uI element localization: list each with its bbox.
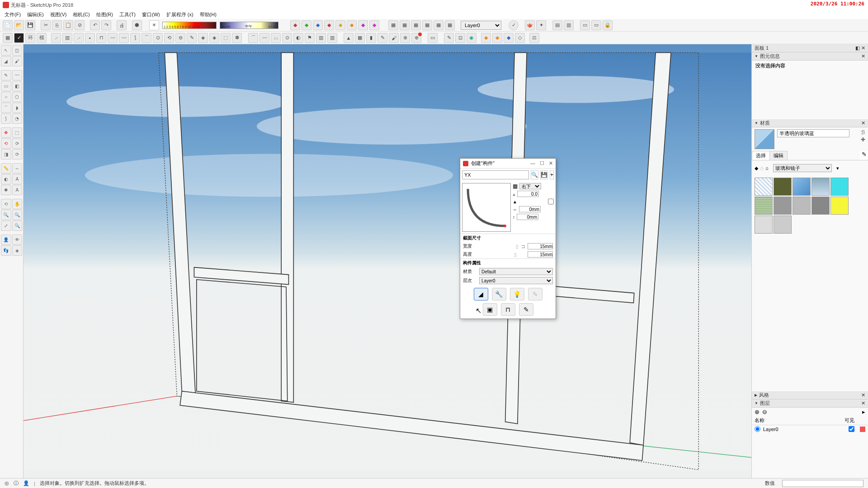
t2-34[interactable]: 🖌 [389,33,399,43]
pie-icon[interactable]: ◔ [12,113,23,124]
axis-r2-icon[interactable]: ◆ [324,20,334,30]
t2-2[interactable]: ✓ [14,33,24,43]
time-slider[interactable]: 06:55 中午 17:00 [220,22,278,29]
material-name-input[interactable] [777,129,849,137]
grid-icon[interactable]: ▦ [513,183,518,189]
place-button[interactable]: ⊓ [501,303,515,316]
t2-12[interactable]: ⟆ [130,33,140,43]
zoomwin-icon[interactable]: 🔍 [12,210,23,220]
open-icon[interactable]: 📂 [14,20,24,30]
info-icon[interactable]: ⓘ [14,480,19,487]
text-icon[interactable]: A [12,174,23,184]
lock2-icon[interactable]: ▯ [514,252,517,257]
comp1-icon[interactable]: ▦ [388,20,398,30]
freehand-icon[interactable]: 〰 [12,70,23,80]
viewport[interactable] [24,44,751,478]
grid2-icon[interactable]: ▥ [564,20,574,30]
t2-17[interactable]: ✎ [187,33,197,43]
mat-swatch[interactable] [830,197,849,215]
t2-41[interactable]: ◆ [481,33,491,43]
t2-4[interactable]: 模 [37,33,47,43]
layer-row[interactable]: Layer0 [752,425,868,433]
layer-remove-icon[interactable]: ⊖ [762,408,767,415]
offy-input[interactable] [517,214,538,220]
new-icon[interactable]: 📄 [3,20,13,30]
menu-edit[interactable]: 编辑(E) [27,11,44,18]
grid1-icon[interactable]: ▤ [552,20,562,30]
eraser-icon[interactable]: ◢ [1,56,11,66]
scale-icon[interactable]: ◨ [1,149,11,160]
link-icon[interactable]: ⊐ [521,244,525,249]
comp3-icon[interactable]: ▦ [411,20,421,30]
t2-15[interactable]: ⟲ [164,33,174,43]
menu-tools[interactable]: 工具(T) [119,11,136,18]
maximize-icon[interactable]: ☐ [540,160,544,166]
rotate-icon[interactable]: ⟲ [1,138,11,149]
t2-42[interactable]: ◆ [492,33,502,43]
mat-swatch[interactable] [755,197,773,215]
lay-dropdown[interactable]: Layer0 [479,277,553,284]
add-preset-icon[interactable]: + [550,170,554,179]
paste-icon[interactable]: 📋 [63,20,73,30]
t2-43[interactable]: ◆ [504,33,514,43]
arc2-icon[interactable]: ◗ [12,103,23,113]
t2-7[interactable]: ⟋ [74,33,84,43]
axis-o-icon[interactable]: ◆ [347,20,357,30]
copy-icon[interactable]: ⎘ [52,20,62,30]
tape-icon[interactable]: 📏 [1,163,11,174]
t2-19[interactable]: ◈ [209,33,219,43]
walk-icon[interactable]: 👣 [1,245,11,256]
menu-icon[interactable]: ▾ [836,165,839,171]
menu-draw[interactable]: 绘图(R) [96,11,113,18]
comp6-icon[interactable]: ▦ [445,20,455,30]
align-dropdown[interactable]: 右下 [519,183,541,189]
t2-40[interactable]: ◉ [467,33,476,43]
comp2-icon[interactable]: ▦ [400,20,410,30]
mode2-button[interactable]: 🔧 [492,288,506,300]
axis-p-icon[interactable]: ◆ [358,20,368,30]
dialog-titlebar[interactable]: 创建"构件" — ☐ ✕ [460,159,556,169]
layer-radio[interactable] [755,426,760,432]
t2-35[interactable]: ⊕ [400,33,410,43]
t2-24[interactable]: ⌓ [271,33,281,43]
mode4-button[interactable]: ✎ [528,288,542,300]
protractor-icon[interactable]: ◐ [1,174,11,184]
push-icon[interactable]: ⬚ [12,127,23,138]
layers-header[interactable]: ▼图层✕ [752,399,868,408]
explode-icon[interactable]: ✦ [536,20,546,30]
t2-11[interactable]: 〰 [119,33,129,43]
fwd-icon[interactable]: ◇ [760,165,764,171]
select-tab[interactable]: 选择 [752,151,770,160]
t2-22[interactable]: ⌒ [248,33,258,43]
position-icon[interactable]: 👤 [1,235,11,245]
menu-window[interactable]: 窗口(W) [142,11,160,18]
panel1-header[interactable]: 面板 1◧ ✕ [752,44,868,52]
teapot-icon[interactable]: 🫖 [525,20,535,30]
t2-25[interactable]: ⊙ [282,33,292,43]
axis-green-icon[interactable]: ◆ [302,20,311,30]
t2-44[interactable]: ◇ [515,33,525,43]
mat-swatch[interactable] [793,178,811,196]
t2-31[interactable]: ▦ [355,33,365,43]
t2-18[interactable]: ◈ [198,33,208,43]
menu-file[interactable]: 文件(F) [5,11,21,18]
layer-menu-icon[interactable]: ▸ [862,408,865,415]
t2-30[interactable]: ▲ [344,33,354,43]
mat-swatch[interactable] [755,216,773,234]
undo-icon[interactable]: ↶ [90,20,100,30]
follow-icon[interactable]: ⟳ [12,138,23,149]
pan-icon[interactable]: ✋ [12,199,23,209]
close-icon[interactable]: ✕ [549,160,553,166]
t2-13[interactable]: ⌒ [142,33,151,43]
dim-icon[interactable]: ↔ [12,163,23,174]
menu-extensions[interactable]: 扩展程序 (x) [166,11,193,18]
line-icon[interactable]: ✎ [1,70,11,80]
offset-icon[interactable]: ⟳ [12,149,23,160]
mat-swatch[interactable] [811,178,830,196]
lock-icon[interactable]: 🔒 [603,20,613,30]
t2-26[interactable]: ◐ [293,33,303,43]
t2-5[interactable]: ⟋ [51,33,61,43]
circle-icon[interactable]: ○ [1,92,11,102]
t2-14[interactable]: ⊙ [153,33,163,43]
height-input[interactable] [528,251,553,258]
